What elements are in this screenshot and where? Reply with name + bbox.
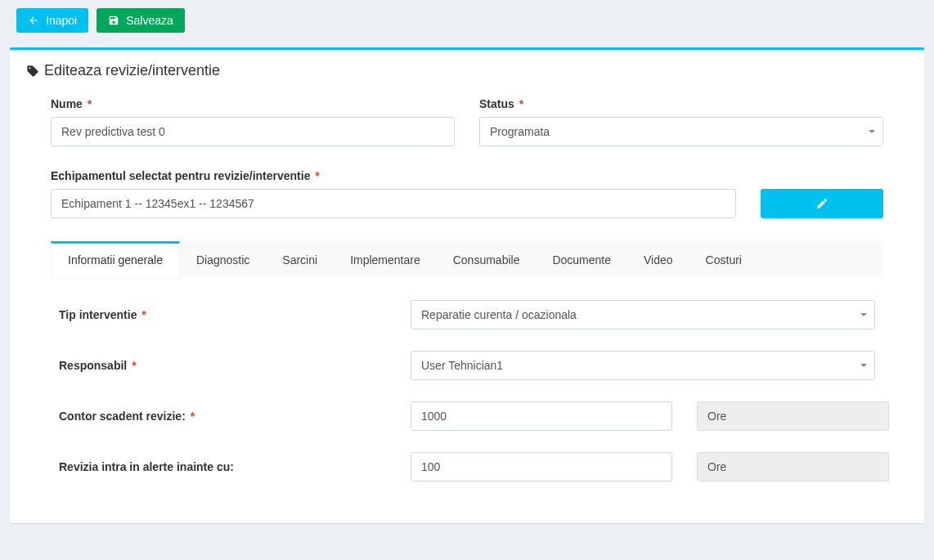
save-button-label: Salveaza: [126, 14, 173, 27]
tag-icon: [26, 65, 39, 78]
tab-video[interactable]: Video: [627, 241, 689, 276]
pencil-icon: [815, 197, 828, 210]
required-mark: *: [141, 308, 146, 321]
tab-implementare[interactable]: Implementare: [334, 241, 437, 276]
counter-input[interactable]: [411, 401, 672, 431]
page-title-text: Editeaza revizie/interventie: [44, 62, 220, 79]
tab-informatii-generale[interactable]: Informatii generale: [51, 241, 180, 276]
tabs-nav: Informatii generale Diagnostic Sarcini I…: [51, 241, 883, 277]
tab-pane-general: Tip interventie * Reparatie curenta / oc…: [51, 277, 883, 482]
type-label: Tip interventie *: [59, 308, 411, 321]
equipment-label: Echipamentul selectat pentru revizie/int…: [51, 169, 736, 182]
edit-revision-box: Editeaza revizie/interventie Nume * Stat…: [10, 47, 924, 523]
status-field-group: Status * Programata: [479, 97, 883, 146]
counter-label: Contor scadent revizie: *: [59, 410, 411, 423]
arrow-left-icon: [28, 15, 39, 26]
equipment-input[interactable]: [51, 189, 736, 218]
responsible-select[interactable]: User Tehnician1: [411, 351, 875, 380]
tab-diagnostic[interactable]: Diagnostic: [180, 241, 266, 276]
required-mark: *: [132, 359, 136, 372]
alert-label: Revizia intra in alerte inainte cu:: [59, 460, 411, 473]
responsible-label: Responsabil *: [59, 359, 411, 372]
save-icon: [108, 15, 119, 26]
save-button[interactable]: Salveaza: [97, 8, 185, 33]
name-input[interactable]: [51, 117, 455, 146]
name-field-group: Nume *: [51, 97, 455, 146]
name-label: Nume *: [51, 97, 455, 110]
action-bar: Inapoi Salveaza: [16, 8, 926, 33]
required-mark: *: [191, 410, 195, 423]
status-select[interactable]: Programata: [479, 117, 883, 146]
alert-input[interactable]: [411, 452, 672, 482]
tab-costuri[interactable]: Costuri: [689, 241, 758, 276]
counter-unit-box: Ore: [697, 401, 889, 431]
type-select-value: Reparatie curenta / ocazionala: [421, 308, 577, 321]
required-mark: *: [315, 169, 319, 182]
required-mark: *: [519, 97, 523, 110]
alert-unit-box: Ore: [697, 452, 889, 482]
tab-consumabile[interactable]: Consumabile: [437, 241, 537, 276]
status-label: Status *: [479, 97, 883, 110]
counter-field-row: Contor scadent revizie: * Ore: [59, 401, 875, 431]
required-mark: *: [88, 97, 92, 110]
responsible-field-row: Responsabil * User Tehnician1: [59, 351, 875, 380]
form-body: Nume * Status * Programata: [26, 97, 908, 482]
page-title: Editeaza revizie/interventie: [26, 62, 908, 79]
equipment-field-group: Echipamentul selectat pentru revizie/int…: [51, 169, 736, 218]
tab-documente[interactable]: Documente: [536, 241, 627, 276]
back-button[interactable]: Inapoi: [16, 8, 88, 33]
responsible-select-value: User Tehnician1: [421, 359, 503, 372]
alert-field-row: Revizia intra in alerte inainte cu: Ore: [59, 452, 875, 482]
type-select[interactable]: Reparatie curenta / ocazionala: [411, 300, 875, 329]
type-field-row: Tip interventie * Reparatie curenta / oc…: [59, 300, 875, 329]
tab-sarcini[interactable]: Sarcini: [266, 241, 334, 276]
back-button-label: Inapoi: [46, 14, 77, 27]
edit-equipment-button[interactable]: [761, 189, 883, 218]
status-select-value: Programata: [490, 125, 550, 138]
